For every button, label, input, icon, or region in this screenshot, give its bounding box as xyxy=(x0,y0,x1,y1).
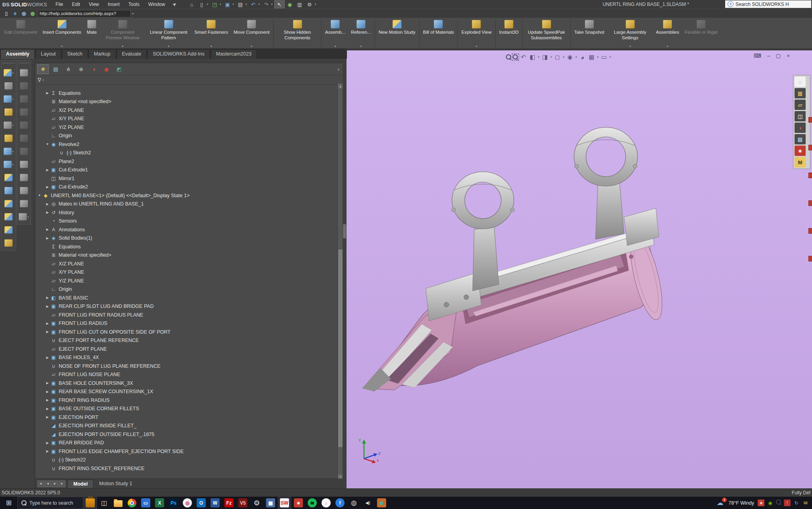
menu-view[interactable]: View xyxy=(84,1,103,8)
cam-3d-button[interactable] xyxy=(17,66,31,79)
tree-filter-row[interactable]: ∇ ▾ xyxy=(35,75,343,85)
open-icon[interactable]: ◳ xyxy=(210,1,219,8)
tree-item[interactable]: ▶▣Cut-Extrude1 xyxy=(35,166,343,175)
url-dropdown-icon[interactable]: ▾ xyxy=(132,12,134,15)
redo-icon[interactable]: ↷ xyxy=(261,1,271,8)
large-assembly-settings-button[interactable]: Large Assembly Settings▾ xyxy=(607,18,653,48)
displaymanager-tab[interactable]: ◑ xyxy=(88,64,100,74)
tree-item[interactable]: ▶◈Solid Bodies(1) xyxy=(35,234,343,243)
tree-item[interactable]: ▶▣FRONT LUG CUT ON OPPOSITE SIDE OF PORT xyxy=(35,328,343,336)
tree-item[interactable]: ▶ΣEquations xyxy=(35,89,343,98)
tree-collapsed-arrow-icon[interactable]: ▶ xyxy=(45,202,50,206)
assembly-features-button[interactable]: Assemb...▾ xyxy=(322,18,348,48)
print-dropdown-icon[interactable]: ▾ xyxy=(245,3,247,6)
interference-detection-button[interactable] xyxy=(1,197,16,210)
taskbar-mastercam[interactable]: ∗ xyxy=(291,497,305,509)
cam-post-dropdown-icon[interactable]: ▾ xyxy=(27,215,29,218)
tree-item[interactable]: ▶▣FRONT LUG EDGE CHAMFER_EJECTION PORT S… xyxy=(35,447,343,456)
show-hidden-components-button[interactable] xyxy=(1,132,16,145)
nvidia-icon[interactable]: ◉ xyxy=(767,499,774,506)
scrollbar-thumb[interactable] xyxy=(338,250,343,447)
mastercam-m-tab[interactable]: M xyxy=(795,157,806,167)
linear-component-pattern-button[interactable]: ▾ xyxy=(1,92,16,106)
tab-model[interactable]: Model xyxy=(67,480,94,488)
taskbar-briefcase[interactable] xyxy=(83,497,97,509)
selection-filter-icon[interactable]: ◉ xyxy=(285,1,295,8)
take-snapshot-button[interactable]: Take Snapshot xyxy=(571,18,607,48)
redo-dropdown-icon[interactable]: ▾ xyxy=(271,3,273,6)
component-preview-window-dropdown-icon[interactable]: ▾ xyxy=(122,44,123,48)
reference-geometry-dropdown-icon[interactable]: ▾ xyxy=(360,44,362,48)
tree-collapsed-arrow-icon[interactable]: ▶ xyxy=(45,296,50,300)
tab-solidworks-add-ins[interactable]: SOLIDWORKS Add-Ins xyxy=(147,49,210,59)
graphics-viewport[interactable]: ↶◧▾◨▾◻▾◉▾◕▦▾▭▾ ⌨–▢× xyxy=(347,48,812,489)
cam-tool-4-button[interactable] xyxy=(17,106,31,119)
menu-tools[interactable]: Tools xyxy=(124,1,144,8)
document-icon[interactable]: ▯ xyxy=(2,10,10,17)
tree-item[interactable]: ▼◆UNERTL M40 BASE<1> (Default) <<Default… xyxy=(35,191,343,200)
tree-item[interactable]: ∪(-) Sketch2 xyxy=(35,149,343,158)
tree-item[interactable]: ▶▣BASE HOLES_4X xyxy=(35,353,343,362)
tab-assembly[interactable]: Assembly xyxy=(0,49,35,59)
taskbar-spotify[interactable]: ≋ xyxy=(305,497,319,509)
sync-icon[interactable]: ↻ xyxy=(793,499,800,506)
open-dropdown-icon[interactable]: ▾ xyxy=(220,3,221,6)
tree-item[interactable]: ▶AAnnotations xyxy=(35,225,343,234)
large-assembly-settings-dropdown-icon[interactable]: ▾ xyxy=(629,44,631,48)
options-gear-icon[interactable]: ⚙ xyxy=(305,1,314,8)
tree-item[interactable]: ∟Origin xyxy=(35,285,343,294)
tree-item[interactable]: ▱X/Y PLANE xyxy=(35,268,343,277)
tree-item[interactable]: ◢EJECTION PORT INSIDE FILLET_ xyxy=(35,422,343,430)
tree-collapsed-arrow-icon[interactable]: ▶ xyxy=(45,441,50,445)
tree-item[interactable]: ∪FRONT RING SOCKET_REFERENCE xyxy=(35,464,343,473)
tree-item[interactable]: ▶▣REAR CLIP SLOT LUG AND BRIDGE PAD xyxy=(35,302,343,311)
model-tab-prev-icon[interactable]: ◀ xyxy=(44,480,51,487)
smart-fasteners-dropdown-icon[interactable]: ▾ xyxy=(211,44,212,48)
update-speedpak-button[interactable]: Update SpeedPak Subassemblies xyxy=(523,18,569,48)
cam-tool-2-button[interactable] xyxy=(17,79,31,92)
tree-item[interactable]: ∪NOSE OF FRONT LUG PLANE REFERENCE xyxy=(35,362,343,371)
tree-item[interactable]: ▶↺History xyxy=(35,208,343,217)
menu-insert[interactable]: Insert xyxy=(103,1,124,8)
taskbar-quick-assist[interactable]: ▭ xyxy=(139,497,153,509)
model-tab-next-end-icon[interactable]: ▶ xyxy=(59,480,65,487)
cam-setup-button[interactable] xyxy=(17,158,31,171)
bill-of-materials-button[interactable] xyxy=(1,184,16,197)
instant3d-button[interactable] xyxy=(1,236,16,250)
tree-item[interactable]: ∟Origin xyxy=(35,132,343,140)
mail-icon[interactable]: ✉ xyxy=(802,499,809,506)
panel-expand-icon[interactable]: › xyxy=(338,66,341,72)
appearances-tab[interactable]: ◑ xyxy=(795,123,806,133)
new-motion-study-button[interactable] xyxy=(1,171,16,184)
splitter-handle[interactable] xyxy=(343,224,346,238)
configurationmanager-tab[interactable]: ⋔ xyxy=(63,64,74,74)
tree-item[interactable]: ▱X/Y PLANE xyxy=(35,115,343,123)
tree-item[interactable]: ▱X/Z PLANE xyxy=(35,259,343,268)
exploded-view-dropdown-icon[interactable]: ▾ xyxy=(476,44,477,48)
insert-components-dropdown-icon[interactable]: ▾ xyxy=(12,71,13,74)
exploded-view-button[interactable]: Exploded View▾ xyxy=(459,18,494,48)
tree-item[interactable]: ∪EJECT PORT PLANE REFERENCE xyxy=(35,336,343,345)
new-document-icon[interactable]: ▯ xyxy=(197,1,207,8)
tree-item[interactable]: ▶▣EJECTION PORT xyxy=(35,413,343,422)
tree-item[interactable]: ▱Plane2 xyxy=(35,157,343,166)
weather-text[interactable]: 78°F Windy xyxy=(728,500,754,506)
insert-components-button[interactable]: ▾ xyxy=(1,66,16,79)
clearance-verification-button[interactable] xyxy=(1,210,16,223)
tab-evaluate[interactable]: Evaluate xyxy=(117,49,147,59)
tree-item[interactable]: ▶◧BASE BASIC xyxy=(35,294,343,302)
cam-tool-5-button[interactable] xyxy=(17,119,31,132)
menu-file[interactable]: File xyxy=(51,1,67,8)
tree-collapsed-arrow-icon[interactable]: ▶ xyxy=(45,168,50,172)
assembly-features-button[interactable]: ▾ xyxy=(1,145,16,158)
move-component-dropdown-icon[interactable]: ▾ xyxy=(251,44,253,48)
display-report-icon[interactable]: ▥ xyxy=(295,1,304,8)
tree-collapsed-arrow-icon[interactable]: ▶ xyxy=(45,449,50,453)
tree-collapsed-arrow-icon[interactable]: ▶ xyxy=(45,330,50,334)
featuremanager-tab[interactable]: ❖ xyxy=(37,64,49,74)
filter-dropdown-icon[interactable]: ▾ xyxy=(42,79,44,82)
taskbar-photoshop[interactable]: Ps xyxy=(167,497,180,509)
tree-item[interactable]: ▶▣BASE OUTSIDE CORNER FILLETS xyxy=(35,405,343,413)
url-input[interactable] xyxy=(38,10,131,17)
model-3d[interactable] xyxy=(347,50,812,489)
